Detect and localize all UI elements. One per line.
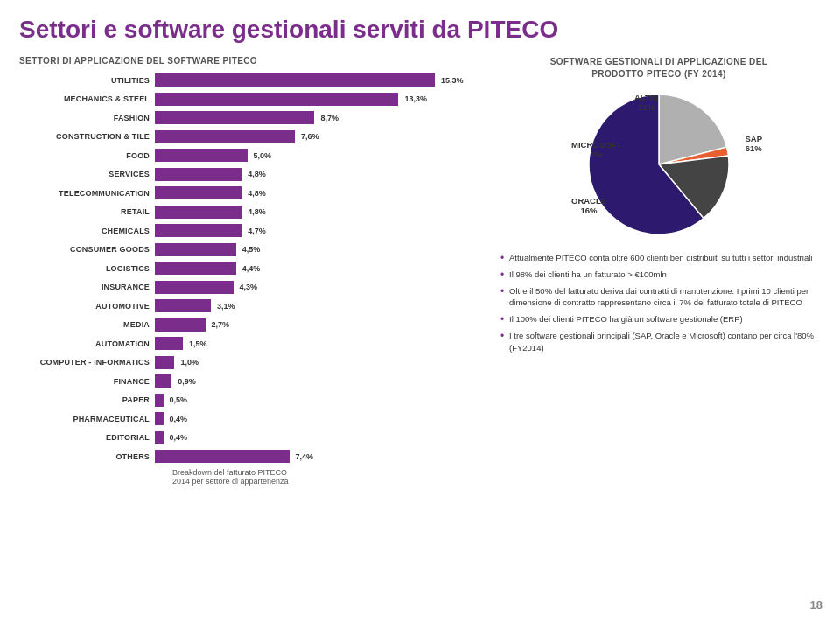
pie-chart: ALTRI21% MICROSOFT2% ORACLE16% SAP61% (580, 86, 738, 243)
bar-row: OTHERS7,4% (19, 448, 483, 465)
bar-label: CONSTRUCTION & TILE (19, 132, 155, 141)
bar-outer: 0,5% (155, 394, 483, 407)
bar-fill (155, 337, 183, 350)
bar-row: AUTOMOTIVE3,1% (19, 297, 483, 314)
bar-label: RETAIL (19, 207, 155, 216)
bar-row: MEDIA2,7% (19, 317, 483, 333)
bar-fill (155, 394, 164, 407)
pie-label-oracle: ORACLE16% (571, 196, 606, 215)
bar-outer: 4,5% (155, 243, 483, 256)
bar-label: TELECOMMUNICATION (19, 189, 155, 198)
right-panel: SOFTWARE GESTIONALI DI APPLICAZIONE DELP… (497, 56, 821, 358)
bar-value: 4,8% (248, 207, 266, 216)
bar-row: FINANCE0,9% (19, 373, 483, 389)
bar-outer: 0,9% (155, 374, 483, 388)
bar-label: FOOD (19, 151, 155, 160)
page-title: Settori e software gestionali serviti da… (19, 16, 821, 44)
bar-fill (155, 243, 236, 256)
bar-label: SERVICES (19, 170, 155, 178)
bar-value: 0,4% (170, 415, 188, 423)
bar-fill (155, 356, 174, 369)
bar-label: PHARMACEUTICAL (19, 415, 155, 423)
bar-row: INSURANCE4,3% (19, 279, 483, 296)
bar-row: UTILITIES15,3% (19, 72, 483, 88)
bar-label: MECHANICS & STEEL (19, 94, 155, 103)
bar-value: 4,7% (248, 227, 266, 235)
bar-label: EDITORIAL (19, 433, 155, 442)
bar-fill (155, 111, 314, 124)
bar-value: 7,6% (301, 132, 319, 141)
bar-row: EDITORIAL0,4% (19, 430, 483, 446)
right-section-title: SOFTWARE GESTIONALI DI APPLICAZIONE DELP… (497, 56, 821, 80)
left-panel: SETTORI DI APPLICAZIONE DEL SOFTWARE PIT… (19, 56, 483, 486)
bar-fill (155, 93, 398, 106)
bar-outer: 0,4% (155, 412, 483, 425)
bar-row: RETAIL4,8% (19, 204, 483, 220)
bar-outer: 0,4% (155, 431, 483, 444)
bar-value: 8,7% (320, 114, 339, 122)
bar-value: 7,4% (296, 452, 314, 461)
bar-row: CHEMICALS4,7% (19, 222, 483, 239)
bar-row: LOGISTICS4,4% (19, 260, 483, 276)
bar-value: 4,5% (242, 245, 261, 254)
bar-outer: 4,8% (155, 206, 483, 219)
bullets-list: Attualmente PITECO conta oltre 600 clien… (497, 252, 821, 353)
bar-outer: 4,4% (155, 262, 483, 275)
bar-outer: 8,7% (155, 111, 483, 124)
bar-value: 0,9% (178, 377, 196, 386)
bar-fill (155, 450, 290, 463)
bar-value: 1,5% (189, 339, 207, 348)
bar-value: 1,0% (180, 358, 199, 367)
bar-value: 5,0% (254, 151, 272, 160)
bar-label: CONSUMER GOODS (19, 245, 155, 254)
bar-value: 4,4% (242, 264, 261, 273)
bar-outer: 4,8% (155, 168, 483, 181)
bar-label: CHEMICALS (19, 227, 155, 235)
bar-outer: 15,3% (155, 73, 483, 87)
bar-outer: 4,8% (155, 186, 483, 199)
bar-fill (155, 281, 234, 294)
bar-outer: 1,0% (155, 356, 483, 369)
bar-fill (155, 299, 211, 312)
bar-chart: UTILITIES15,3%MECHANICS & STEEL13,3%FASH… (19, 72, 483, 465)
bar-label: FASHION (19, 114, 155, 122)
bar-row: FOOD5,0% (19, 147, 483, 164)
bar-fill (155, 186, 242, 199)
bar-value: 3,1% (217, 302, 235, 311)
pie-section: ALTRI21% MICROSOFT2% ORACLE16% SAP61% (497, 86, 821, 243)
bullet-item: Attualmente PITECO conta oltre 600 clien… (500, 252, 821, 264)
bar-label: INSURANCE (19, 283, 155, 291)
bar-row: AUTOMATION1,5% (19, 335, 483, 352)
left-section-title: SETTORI DI APPLICAZIONE DEL SOFTWARE PIT… (19, 56, 483, 66)
page-number: 18 (810, 598, 822, 612)
bar-fill (155, 374, 172, 388)
bar-label: OTHERS (19, 452, 155, 461)
bar-outer: 2,7% (155, 318, 483, 332)
bar-row: PAPER0,5% (19, 392, 483, 409)
bar-value: 0,4% (170, 433, 188, 442)
bar-row: PHARMACEUTICAL0,4% (19, 410, 483, 427)
bar-outer: 4,7% (155, 224, 483, 237)
bar-value: 15,3% (441, 76, 464, 85)
bar-outer: 3,1% (155, 299, 483, 312)
bar-row: SERVICES4,8% (19, 166, 483, 183)
bullet-item: Il 100% dei clienti PITECO ha già un sof… (500, 313, 821, 325)
bar-fill (155, 224, 242, 237)
bar-outer: 1,5% (155, 337, 483, 350)
bar-row: CONSTRUCTION & TILE7,6% (19, 129, 483, 145)
bar-fill (155, 130, 295, 143)
bar-row: CONSUMER GOODS4,5% (19, 241, 483, 258)
bar-label: UTILITIES (19, 76, 155, 85)
breakdown-label: Breakdown del fatturato PITECO2014 per s… (172, 468, 483, 486)
bar-outer: 7,4% (155, 450, 483, 463)
bar-value: 0,5% (170, 395, 188, 404)
bar-label: COMPUTER - INFORMATICS (19, 358, 155, 367)
pie-label-microsoft: MICROSOFT2% (571, 140, 621, 159)
bar-label: AUTOMOTIVE (19, 302, 155, 311)
bar-row: COMPUTER - INFORMATICS1,0% (19, 354, 483, 371)
bar-fill (155, 412, 164, 425)
bar-fill (155, 431, 164, 444)
bar-fill (155, 168, 242, 181)
bar-label: MEDIA (19, 320, 155, 329)
bar-label: AUTOMATION (19, 339, 155, 348)
